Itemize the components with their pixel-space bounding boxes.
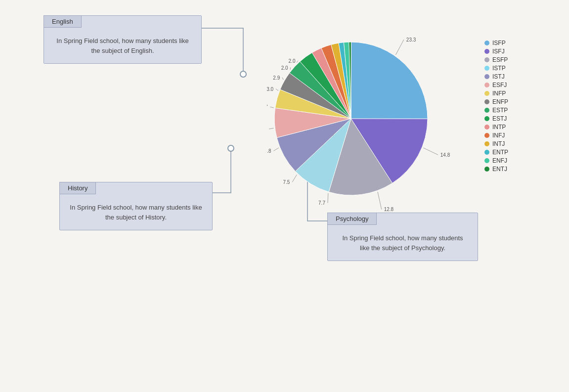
svg-text:14.8: 14.8 — [440, 152, 450, 158]
legend-item-infj: INFJ — [484, 132, 508, 139]
legend-dot — [484, 158, 489, 163]
svg-text:2.0: 2.0 — [289, 58, 296, 64]
english-connector-dot — [240, 71, 247, 78]
psychology-body: In Spring Field school, how many student… — [328, 225, 478, 261]
svg-text:7.5: 7.5 — [283, 179, 290, 185]
legend-item-intj: INTJ — [484, 140, 508, 147]
legend-label: ESFP — [492, 56, 508, 63]
svg-line-20 — [270, 107, 274, 108]
legend-dot — [484, 74, 489, 79]
legend-dot — [484, 108, 489, 113]
legend-dot — [484, 133, 489, 138]
legend-item-enfp: ENFP — [484, 98, 508, 105]
legend-label: ESTP — [492, 107, 508, 114]
legend-dot — [484, 116, 489, 121]
history-connector-dot — [227, 145, 234, 152]
legend-label: ISTJ — [492, 73, 505, 80]
legend-label: INFP — [492, 90, 506, 97]
svg-line-6 — [396, 40, 404, 54]
chart-legend: ISFPISFJESFPISTPISTJESFJINFPENFPESTPESTJ… — [484, 40, 508, 174]
svg-line-28 — [297, 61, 298, 62]
legend-label: ESTJ — [492, 115, 507, 122]
legend-item-istj: ISTJ — [484, 73, 508, 80]
legend-item-entp: ENTP — [484, 149, 508, 156]
legend-dot — [484, 83, 489, 87]
pie-chart: 23.314.812.87.77.55.83.73.73.02.92.02.0 — [267, 27, 465, 217]
history-title: History — [59, 182, 96, 194]
english-body: In Spring Field school, how many student… — [44, 28, 201, 63]
legend-dot — [484, 125, 489, 130]
legend-label: ISFJ — [492, 48, 505, 55]
legend-label: ENTP — [492, 149, 508, 156]
svg-line-12 — [328, 193, 328, 203]
legend-dot — [484, 66, 489, 71]
legend-dot — [484, 57, 489, 62]
legend-item-estj: ESTJ — [484, 115, 508, 122]
legend-label: ISFP — [492, 40, 506, 46]
legend-dot — [484, 167, 489, 172]
legend-label: ISTP — [492, 65, 506, 72]
english-title: English — [44, 15, 82, 28]
svg-line-10 — [378, 192, 382, 209]
legend-label: ESFJ — [492, 82, 507, 88]
psychology-tooltip: Psychology In Spring Field school, how m… — [327, 213, 478, 261]
legend-dot — [484, 41, 489, 45]
svg-text:2.9: 2.9 — [273, 75, 280, 81]
legend-item-enfj: ENFJ — [484, 157, 508, 164]
svg-line-24 — [282, 78, 283, 80]
svg-line-14 — [292, 175, 297, 182]
legend-item-intp: INTP — [484, 124, 508, 131]
legend-item-isfj: ISFJ — [484, 48, 508, 55]
legend-label: ENFJ — [492, 157, 507, 164]
legend-item-isfp: ISFP — [484, 40, 508, 46]
legend-label: INTJ — [492, 140, 505, 147]
legend-item-estp: ESTP — [484, 107, 508, 114]
svg-text:7.7: 7.7 — [318, 200, 325, 206]
legend-item-entj: ENTJ — [484, 166, 508, 173]
legend-dot — [484, 141, 489, 146]
history-tooltip: History In Spring Field school, how many… — [59, 182, 213, 230]
legend-label: INFJ — [492, 132, 505, 139]
svg-text:12.8: 12.8 — [384, 207, 394, 212]
svg-text:3.7: 3.7 — [267, 104, 268, 110]
legend-dot — [484, 99, 489, 104]
svg-text:2.0: 2.0 — [281, 65, 288, 71]
svg-text:23.3: 23.3 — [406, 37, 416, 43]
legend-label: ENFP — [492, 98, 508, 105]
svg-line-16 — [274, 148, 279, 151]
legend-item-esfj: ESFJ — [484, 82, 508, 88]
svg-line-8 — [423, 148, 438, 155]
svg-line-22 — [276, 89, 278, 91]
history-body: In Spring Field school, how many student… — [60, 195, 212, 230]
svg-line-18 — [269, 128, 273, 129]
legend-label: ENTJ — [492, 166, 507, 173]
legend-label: INTP — [492, 124, 506, 131]
legend-dot — [484, 91, 489, 96]
legend-dot — [484, 49, 489, 54]
svg-text:3.0: 3.0 — [267, 87, 274, 92]
legend-item-infp: INFP — [484, 90, 508, 97]
english-tooltip: English In Spring Field school, how many… — [44, 15, 202, 64]
legend-item-esfp: ESFP — [484, 56, 508, 63]
legend-dot — [484, 150, 489, 155]
svg-text:5.8: 5.8 — [267, 148, 271, 154]
legend-item-istp: ISTP — [484, 65, 508, 72]
